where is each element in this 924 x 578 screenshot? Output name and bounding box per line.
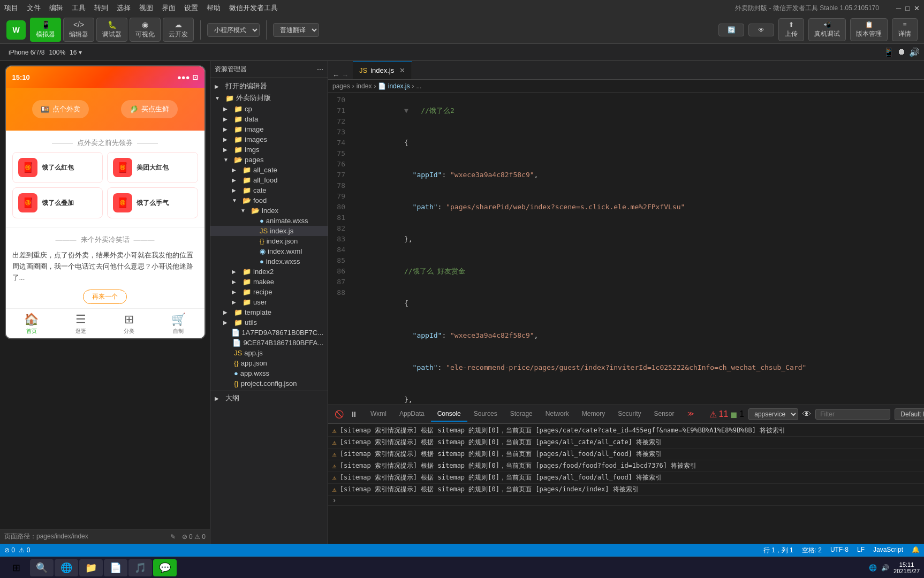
menu-item-project[interactable]: 项目 bbox=[4, 3, 18, 13]
debug-icon-clear[interactable]: 🚫 bbox=[332, 409, 346, 420]
mode-select[interactable]: 小程序模式 bbox=[207, 23, 260, 37]
outline-item[interactable]: ▶ 大纲 bbox=[210, 391, 328, 404]
menu-item-tools[interactable]: 工具 bbox=[72, 3, 86, 13]
menu-item-weixin[interactable]: 微信开发者工具 bbox=[229, 3, 278, 13]
project-root[interactable]: ▼ 📁 外卖防封版 bbox=[210, 92, 328, 104]
coupon-item-1[interactable]: 🧧 饿了么红包 bbox=[12, 152, 103, 183]
translate-select[interactable]: 普通翻译 bbox=[273, 23, 319, 37]
folder-cp[interactable]: ▶ 📁 cp bbox=[210, 104, 328, 114]
menu-item-select[interactable]: 选择 bbox=[117, 3, 131, 13]
taskbar-app-4[interactable]: 📄 bbox=[104, 559, 127, 576]
menu-item-goto[interactable]: 转到 bbox=[94, 3, 108, 13]
taskbar-app-1[interactable]: 🔍 bbox=[30, 559, 54, 576]
coupon-item-2[interactable]: 🧧 美团大红包 bbox=[107, 152, 198, 183]
editor-button[interactable]: </> 编辑器 bbox=[63, 18, 94, 42]
file-project-config[interactable]: {} project.config.json bbox=[210, 378, 328, 389]
detail-btn[interactable]: ≡ 详情 bbox=[892, 18, 918, 41]
eye-icon[interactable]: 👁 bbox=[802, 409, 811, 419]
taskbar-app-edge[interactable]: 🌐 bbox=[55, 559, 78, 576]
nav-category[interactable]: ⊞ 分类 bbox=[124, 313, 134, 335]
folder-image[interactable]: ▶ 📁 image bbox=[210, 124, 328, 134]
open-editors-item[interactable]: ▶ 打开的编辑器 bbox=[210, 80, 328, 92]
file-index-wxss[interactable]: ● index.wxss bbox=[210, 256, 328, 267]
bell-icon[interactable]: 🔔 bbox=[912, 546, 920, 555]
tab-index-js[interactable]: JS index.js ✕ bbox=[353, 61, 412, 79]
file-animate-wxss[interactable]: ● animate.wxss bbox=[210, 216, 328, 226]
taskbar-app-3[interactable]: 📁 bbox=[79, 559, 103, 576]
folder-cate[interactable]: ▶ 📁 cate bbox=[210, 185, 328, 195]
banner-btn-1[interactable]: 🍱 点个外卖 bbox=[32, 100, 89, 118]
nav-browse[interactable]: ☰ 逛逛 bbox=[75, 313, 86, 335]
taskbar-app-5[interactable]: 🎵 bbox=[128, 559, 152, 576]
code-editor[interactable]: ▼ //饿了么2 { "appId": "wxece3a9a4c82f58c9"… bbox=[350, 93, 924, 405]
debugger-button[interactable]: 🐛 调试器 bbox=[96, 18, 127, 42]
folder-template[interactable]: ▶ 📁 template bbox=[210, 307, 328, 317]
folder-index2[interactable]: ▶ 📁 index2 bbox=[210, 267, 328, 277]
taskbar-start[interactable]: ⊞ bbox=[4, 559, 28, 576]
upload-btn[interactable]: ⬆ 上传 bbox=[778, 18, 804, 41]
debug-tab-console[interactable]: Console bbox=[431, 407, 467, 422]
file-index-wxml[interactable]: ◉ index.wxml bbox=[210, 246, 328, 256]
phone-icon[interactable]: 📱 bbox=[883, 47, 894, 57]
debug-tab-sensor[interactable]: Sensor bbox=[648, 407, 681, 422]
menu-item-edit[interactable]: 编辑 bbox=[49, 3, 63, 13]
file-app-js[interactable]: JS app.js bbox=[210, 348, 328, 358]
file-index-json[interactable]: {} index.json bbox=[210, 236, 328, 246]
window-close[interactable]: ✕ bbox=[914, 4, 920, 12]
edit-icon[interactable]: ✎ bbox=[170, 533, 176, 541]
nav-back-icon[interactable]: ← bbox=[332, 71, 339, 79]
folder-all-cate[interactable]: ▶ 📁 all_cate bbox=[210, 165, 328, 175]
real-machine-btn[interactable]: 📲 真机调试 bbox=[808, 18, 846, 41]
visibility-button[interactable]: ◉ 可视化 bbox=[130, 18, 161, 42]
cloud-button[interactable]: ☁ 云开发 bbox=[163, 18, 194, 42]
simulator-button[interactable]: 📱 模拟器 bbox=[30, 18, 61, 42]
debug-tab-memory[interactable]: Memory bbox=[575, 407, 611, 422]
folder-images[interactable]: ▶ 📁 images bbox=[210, 134, 328, 144]
folder-recipe[interactable]: ▶ 📁 recipe bbox=[210, 287, 328, 297]
explorer-body[interactable]: ▶ 打开的编辑器 ▼ 📁 外卖防封版 ▶ 📁 cp ▶ 📁 data bbox=[210, 78, 328, 544]
joke-more-btn[interactable]: 再来一个 bbox=[83, 290, 127, 304]
banner-btn-2[interactable]: 🥬 买点生鲜 bbox=[121, 100, 178, 118]
new-file-icon[interactable]: ⋯ bbox=[317, 66, 323, 73]
appservice-select[interactable]: appservice bbox=[748, 408, 798, 420]
coupon-item-3[interactable]: 🧧 饿了么叠加 bbox=[12, 187, 103, 218]
debug-tab-storage[interactable]: Storage bbox=[504, 407, 539, 422]
debug-icon-pause[interactable]: ⏸ bbox=[348, 409, 360, 420]
folder-pages[interactable]: ▼ 📂 pages bbox=[210, 155, 328, 165]
project-arrow[interactable]: ▼ bbox=[215, 95, 223, 101]
folder-user[interactable]: ▶ 📁 user bbox=[210, 297, 328, 307]
preview-view-button[interactable]: 👁 bbox=[748, 24, 774, 36]
taskbar-app-wx[interactable]: 💬 bbox=[153, 559, 177, 576]
debug-tab-sources[interactable]: Sources bbox=[467, 407, 504, 422]
debug-tab-network[interactable]: Network bbox=[539, 407, 575, 422]
menu-item-help[interactable]: 帮助 bbox=[207, 3, 221, 13]
menu-item-view[interactable]: 视图 bbox=[139, 3, 153, 13]
debug-tab-security[interactable]: Security bbox=[611, 407, 647, 422]
level-select[interactable]: Default levels bbox=[895, 408, 924, 420]
folder-imgs[interactable]: ▶ 📁 imgs bbox=[210, 144, 328, 155]
code-area[interactable]: 70 71 72 73 74 75 76 77 78 79 80 81 82 8… bbox=[328, 93, 924, 405]
file-misc-1[interactable]: 📄 1A7FD9A78671B0BF7C... bbox=[210, 328, 328, 338]
debug-tab-wxml[interactable]: Wxml bbox=[364, 407, 393, 422]
menu-item-file[interactable]: 文件 bbox=[27, 3, 41, 13]
debug-tab-more[interactable]: ≫ bbox=[681, 407, 701, 422]
menu-item-settings[interactable]: 设置 bbox=[184, 3, 198, 13]
file-index-js[interactable]: JS index.js bbox=[210, 226, 328, 236]
window-minimize[interactable]: ─ bbox=[896, 4, 901, 12]
folder-makee[interactable]: ▶ 📁 makee bbox=[210, 277, 328, 287]
nav-home[interactable]: 🏠 首页 bbox=[24, 313, 39, 335]
nav-cart[interactable]: 🛒 自制 bbox=[171, 313, 186, 335]
folder-food[interactable]: ▼ 📂 food bbox=[210, 195, 328, 206]
folder-data[interactable]: ▶ 📁 data bbox=[210, 114, 328, 124]
nav-forward-icon[interactable]: → bbox=[342, 71, 349, 79]
folder-index[interactable]: ▼ 📂 index bbox=[210, 206, 328, 216]
version-btn[interactable]: 📋 版本管理 bbox=[850, 18, 888, 41]
open-editors-arrow[interactable]: ▶ bbox=[215, 83, 223, 89]
file-app-json[interactable]: {} app.json bbox=[210, 358, 328, 368]
coupon-item-4[interactable]: 🧧 饿了么手气 bbox=[107, 187, 198, 218]
volume-icon[interactable]: 🔊 bbox=[909, 47, 920, 57]
tab-close-icon[interactable]: ✕ bbox=[399, 66, 405, 74]
menu-item-ui[interactable]: 界面 bbox=[162, 3, 176, 13]
window-maximize[interactable]: □ bbox=[905, 4, 910, 12]
folder-all-food[interactable]: ▶ 📁 all_food bbox=[210, 175, 328, 185]
